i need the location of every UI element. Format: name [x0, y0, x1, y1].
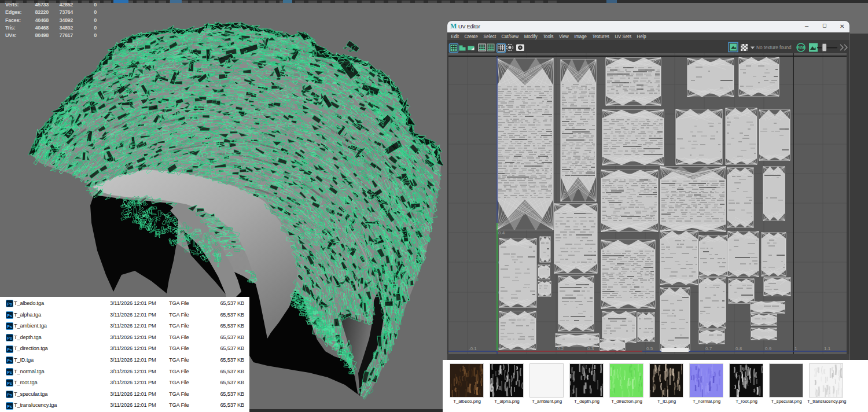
svg-text:0.7: 0.7: [705, 346, 712, 351]
svg-text:0.4: 0.4: [498, 230, 505, 236]
svg-text:RGB: RGB: [797, 46, 806, 50]
svg-text:0.5: 0.5: [646, 346, 653, 351]
svg-text:1: 1: [795, 346, 797, 351]
svg-text:0.8: 0.8: [735, 346, 742, 351]
svg-text:No texture found: No texture found: [756, 45, 792, 50]
svg-text:1.1: 1.1: [824, 346, 831, 351]
svg-text:-0.1: -0.1: [469, 346, 477, 351]
svg-text:0.9: 0.9: [765, 346, 772, 351]
